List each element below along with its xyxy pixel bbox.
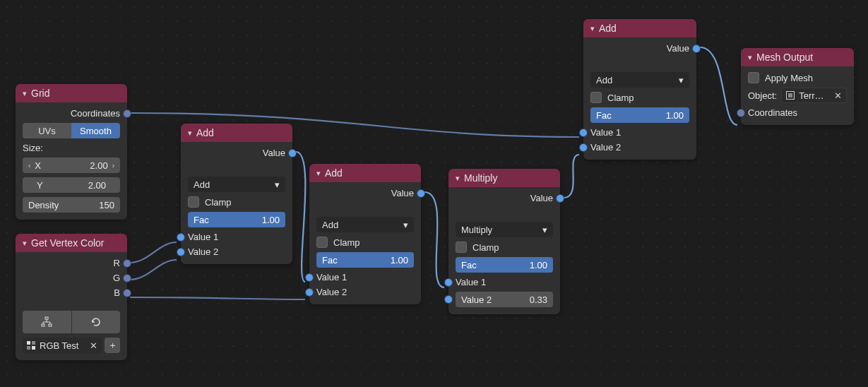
fac-slider[interactable]: Fac1.00 xyxy=(590,107,689,123)
node-header[interactable]: ▾ Multiply xyxy=(448,169,560,187)
output-coordinates: Coordinates xyxy=(71,108,120,119)
socket-out-value[interactable] xyxy=(288,149,297,157)
input-value1: Value 1 xyxy=(456,277,486,287)
svg-rect-5 xyxy=(27,346,30,350)
socket-in-value1[interactable] xyxy=(177,233,185,242)
operation-select[interactable]: Add▾ xyxy=(188,177,285,192)
input-value2: Value 2 xyxy=(590,142,621,153)
chevron-down-icon: ▾ xyxy=(316,169,321,178)
operation-select[interactable]: Add▾ xyxy=(590,72,689,88)
socket-out-value[interactable] xyxy=(692,44,701,53)
output-g: G xyxy=(113,273,120,283)
svg-rect-0 xyxy=(45,317,48,319)
socket-out-value[interactable] xyxy=(556,194,564,203)
density-field[interactable]: Density 150 xyxy=(23,197,120,213)
clamp-checkbox[interactable] xyxy=(590,92,602,103)
input-value2: Value 2 xyxy=(316,287,347,297)
node-header[interactable]: ▾ Add xyxy=(309,164,421,182)
refresh-button[interactable] xyxy=(72,311,121,333)
node-mesh-output[interactable]: ▾ Mesh Output Apply Mesh Object: Terr… ✕… xyxy=(741,48,854,125)
fac-slider[interactable]: Fac1.00 xyxy=(316,252,414,268)
operation-select[interactable]: Multiply▾ xyxy=(456,222,553,237)
fac-slider[interactable]: Fac1.00 xyxy=(456,257,553,273)
node-header[interactable]: ▾ Add xyxy=(583,19,696,37)
node-connections xyxy=(0,0,868,387)
input-value1: Value 1 xyxy=(590,127,621,138)
x-field[interactable]: ‹X 2.00› xyxy=(23,157,120,173)
y-field[interactable]: Y 2.00 xyxy=(23,177,120,193)
close-icon[interactable]: ✕ xyxy=(90,340,97,351)
socket-out-g[interactable] xyxy=(123,274,131,282)
node-add-1[interactable]: ▾ Add Value Add▾ Clamp Fac1.00 Value 1 V… xyxy=(181,124,292,264)
socket-out-b[interactable] xyxy=(123,289,131,297)
close-icon[interactable]: ✕ xyxy=(834,90,842,101)
output-value: Value xyxy=(263,148,285,158)
socket-in-value2[interactable] xyxy=(305,288,314,297)
node-header[interactable]: ▾ Mesh Output xyxy=(741,48,854,66)
node-multiply[interactable]: ▾ Multiply Value Multiply▾ Clamp Fac1.00… xyxy=(448,169,560,314)
socket-in-value2[interactable] xyxy=(579,143,588,152)
vcolor-buttons[interactable] xyxy=(23,311,120,333)
socket-in-coords[interactable] xyxy=(737,109,745,117)
socket-in-value2[interactable] xyxy=(177,248,185,256)
clamp-checkbox[interactable] xyxy=(456,242,467,253)
chevron-down-icon: ▾ xyxy=(188,129,192,138)
seg-uvs[interactable]: UVs xyxy=(23,123,71,138)
node-title: Get Vertex Color xyxy=(31,237,105,249)
fac-slider[interactable]: Fac1.00 xyxy=(188,212,285,227)
clamp-checkbox[interactable] xyxy=(316,237,328,248)
vcolor-tag-text: RGB Test xyxy=(40,340,78,351)
output-value: Value xyxy=(530,193,553,203)
value2-field[interactable]: Value 20.33 xyxy=(456,292,553,307)
input-coordinates: Coordinates xyxy=(748,107,797,118)
arrow-left-icon[interactable]: ‹ xyxy=(28,162,30,169)
node-title: Add xyxy=(599,23,617,34)
node-header[interactable]: ▾ Grid xyxy=(16,84,127,102)
add-vcolor-button[interactable]: ＋ xyxy=(105,338,120,353)
object-icon xyxy=(786,91,795,100)
clamp-label: Clamp xyxy=(607,93,634,103)
chevron-down-icon: ▾ xyxy=(748,53,752,62)
node-get-vertex-color[interactable]: ▾ Get Vertex Color R G B xyxy=(16,234,127,360)
socket-in-value1[interactable] xyxy=(444,278,453,287)
input-value1: Value 1 xyxy=(188,232,218,242)
input-value1: Value 1 xyxy=(316,272,347,282)
refresh-icon xyxy=(90,316,102,328)
socket-out-value[interactable] xyxy=(417,189,425,198)
output-r: R xyxy=(114,258,120,268)
chevron-down-icon: ▾ xyxy=(542,225,547,235)
socket-out-vector[interactable] xyxy=(123,109,131,118)
output-b: B xyxy=(114,287,120,298)
socket-in-value1[interactable] xyxy=(579,129,588,137)
node-title: Grid xyxy=(31,88,49,99)
uv-smooth-segment[interactable]: UVs Smooth xyxy=(23,123,120,138)
output-value: Value xyxy=(391,188,414,198)
vcolor-icon xyxy=(27,341,35,350)
operation-select[interactable]: Add▾ xyxy=(316,217,414,232)
object-field[interactable]: Terr… ✕ xyxy=(781,88,847,103)
select-button[interactable] xyxy=(23,311,72,333)
chevron-down-icon: ▾ xyxy=(456,174,460,183)
socket-out-r[interactable] xyxy=(123,259,131,268)
node-add-3[interactable]: ▾ Add Value Add▾ Clamp Fac1.00 Value 1 V… xyxy=(583,19,696,160)
clamp-label: Clamp xyxy=(472,242,499,253)
input-value2: Value 2 xyxy=(188,246,218,257)
node-grid[interactable]: ▾ Grid Coordinates UVs Smooth Size: ‹X 2… xyxy=(16,84,127,220)
node-add-2[interactable]: ▾ Add Value Add▾ Clamp Fac1.00 Value 1 V… xyxy=(309,164,421,304)
socket-in-value1[interactable] xyxy=(305,273,314,282)
node-title: Multiply xyxy=(464,172,497,184)
node-title: Mesh Output xyxy=(756,52,813,63)
node-header[interactable]: ▾ Add xyxy=(181,124,292,142)
arrow-right-icon[interactable]: › xyxy=(112,162,114,169)
apply-mesh-checkbox[interactable] xyxy=(748,72,759,83)
node-header[interactable]: ▾ Get Vertex Color xyxy=(16,234,127,252)
svg-rect-6 xyxy=(32,346,35,350)
clamp-checkbox[interactable] xyxy=(188,196,199,208)
output-value: Value xyxy=(667,43,689,54)
chevron-down-icon: ▾ xyxy=(590,24,595,33)
socket-in-value2[interactable] xyxy=(444,295,453,304)
seg-smooth[interactable]: Smooth xyxy=(71,123,120,138)
clamp-label: Clamp xyxy=(205,197,232,208)
object-value: Terr… xyxy=(799,90,824,101)
clamp-label: Clamp xyxy=(333,237,360,248)
